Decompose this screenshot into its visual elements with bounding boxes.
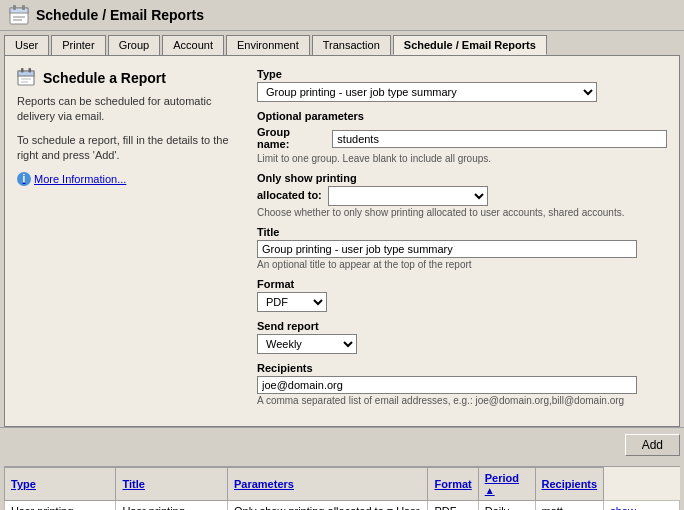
col-parameters[interactable]: Parameters bbox=[227, 468, 427, 501]
recipients-label: Recipients bbox=[257, 362, 667, 374]
group-name-label: Group name: bbox=[257, 126, 324, 150]
col-format[interactable]: Format bbox=[428, 468, 478, 501]
table-section: Type Title Parameters Format Period ▲ Re… bbox=[4, 467, 680, 510]
cell-title: User printing - summary bbox=[116, 501, 227, 511]
allocated-to-hint: Choose whether to only show printing all… bbox=[257, 207, 667, 218]
svg-rect-9 bbox=[29, 68, 32, 73]
recipients-hint: A comma separated list of email addresse… bbox=[257, 395, 667, 406]
type-select[interactable]: Group printing - user job type summary bbox=[257, 82, 597, 102]
recipients-input[interactable] bbox=[257, 376, 637, 394]
send-report-field-group: Send report Weekly bbox=[257, 320, 667, 354]
tab-schedule-email-reports[interactable]: Schedule / Email Reports bbox=[393, 35, 547, 55]
more-info-link[interactable]: i More Information... bbox=[17, 172, 237, 186]
col-type[interactable]: Type bbox=[5, 468, 116, 501]
svg-rect-1 bbox=[10, 8, 28, 13]
description-2: To schedule a report, fill in the detail… bbox=[17, 133, 237, 164]
send-report-select[interactable]: Weekly bbox=[257, 334, 357, 354]
format-field-group: Format PDF bbox=[257, 278, 667, 312]
col-recipients[interactable]: Recipients bbox=[535, 468, 604, 501]
format-select[interactable]: PDF bbox=[257, 292, 327, 312]
title-field-group: Title An optional title to appear at the… bbox=[257, 226, 667, 270]
cell-period: Daily bbox=[478, 501, 535, 511]
cell-type: User printing - summary bbox=[5, 501, 116, 511]
left-panel: Schedule a Report Reports can be schedul… bbox=[17, 68, 237, 414]
show-example-link[interactable]: show example bbox=[610, 505, 673, 510]
calendar-icon bbox=[17, 68, 37, 88]
send-report-label: Send report bbox=[257, 320, 667, 332]
tab-group[interactable]: Group bbox=[108, 35, 161, 55]
title-hint: An optional title to appear at the top o… bbox=[257, 259, 667, 270]
info-icon: i bbox=[17, 172, 31, 186]
optional-params-label: Optional parameters bbox=[257, 110, 667, 122]
sort-arrow-period: ▲ bbox=[485, 485, 495, 496]
col-period[interactable]: Period ▲ bbox=[478, 468, 535, 501]
tab-printer[interactable]: Printer bbox=[51, 35, 105, 55]
title-label: Title bbox=[257, 226, 667, 238]
only-show-label: Only show printing bbox=[257, 172, 667, 184]
only-show-field-group: Only show printing allocated to: Choose … bbox=[257, 172, 667, 218]
main-content: Schedule a Report Reports can be schedul… bbox=[4, 55, 680, 427]
allocated-to-select[interactable] bbox=[328, 186, 488, 206]
svg-rect-7 bbox=[18, 71, 34, 76]
group-name-input[interactable] bbox=[332, 130, 667, 148]
svg-rect-2 bbox=[13, 5, 16, 10]
group-name-hint: Limit to one group. Leave blank to inclu… bbox=[257, 153, 667, 164]
title-input[interactable] bbox=[257, 240, 637, 258]
add-btn-row: Add bbox=[0, 427, 684, 462]
schedule-icon bbox=[8, 4, 30, 26]
page-title: Schedule / Email Reports bbox=[36, 7, 204, 23]
tab-bar: User Printer Group Account Environment T… bbox=[0, 31, 684, 55]
tab-environment[interactable]: Environment bbox=[226, 35, 310, 55]
section-heading: Schedule a Report bbox=[17, 68, 237, 88]
tab-user[interactable]: User bbox=[4, 35, 49, 55]
svg-rect-3 bbox=[22, 5, 25, 10]
title-bar: Schedule / Email Reports bbox=[0, 0, 684, 31]
cell-recipients: matt bbox=[535, 501, 604, 511]
scheduled-reports-table: Type Title Parameters Format Period ▲ Re… bbox=[4, 467, 680, 510]
right-panel: Type Group printing - user job type summ… bbox=[257, 68, 667, 414]
format-label: Format bbox=[257, 278, 667, 290]
svg-rect-8 bbox=[21, 68, 24, 73]
tab-account[interactable]: Account bbox=[162, 35, 224, 55]
cell-actions: show example run now delete bbox=[604, 501, 680, 511]
allocated-to-label: allocated to: bbox=[257, 189, 322, 201]
action-links: show example run now delete bbox=[610, 505, 673, 510]
type-field-group: Type Group printing - user job type summ… bbox=[257, 68, 667, 102]
cell-format: PDF bbox=[428, 501, 478, 511]
description-1: Reports can be scheduled for automatic d… bbox=[17, 94, 237, 125]
group-name-field-group: Group name: Limit to one group. Leave bl… bbox=[257, 126, 667, 164]
tab-transaction[interactable]: Transaction bbox=[312, 35, 391, 55]
col-title[interactable]: Title bbox=[116, 468, 227, 501]
table-row: User printing - summary User printing - … bbox=[5, 501, 680, 511]
table-header-row: Type Title Parameters Format Period ▲ Re… bbox=[5, 468, 680, 501]
recipients-field-group: Recipients A comma separated list of ema… bbox=[257, 362, 667, 406]
add-button[interactable]: Add bbox=[625, 434, 680, 456]
type-label: Type bbox=[257, 68, 667, 80]
cell-parameters: Only show printing allocated to = User a… bbox=[227, 501, 427, 511]
